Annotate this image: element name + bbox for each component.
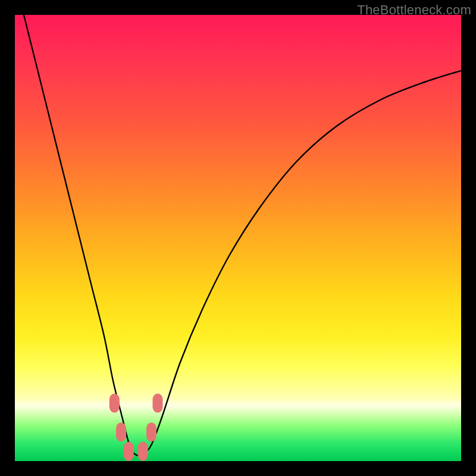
curve-layer [15,15,461,461]
dip-marker [116,422,126,441]
bottleneck-curve [24,15,461,456]
plot-area [15,15,461,461]
dip-marker [109,394,120,413]
dip-marker [146,422,156,441]
dip-marker [153,394,163,413]
chart-canvas: TheBottleneck.com [0,0,476,476]
watermark-text: TheBottleneck.com [357,2,471,18]
dip-marker [124,442,134,461]
dip-marker [138,442,148,461]
dip-markers [109,394,163,461]
